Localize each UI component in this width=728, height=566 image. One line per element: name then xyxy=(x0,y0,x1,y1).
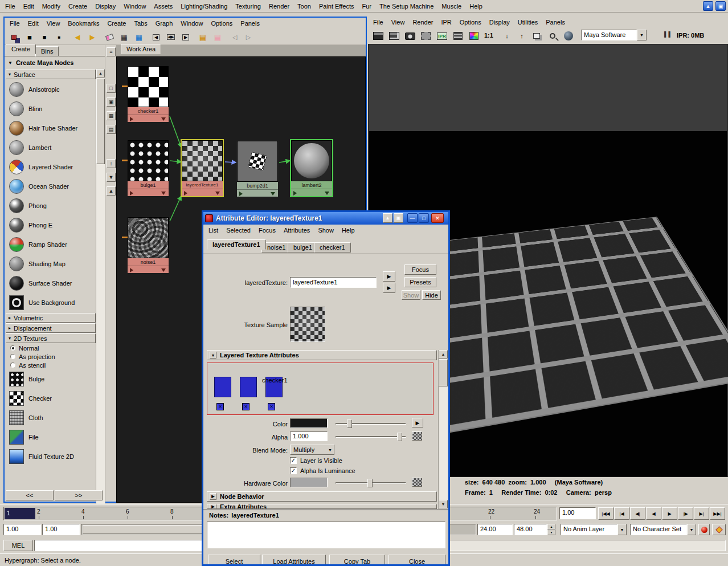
scrollbar-thumb[interactable] xyxy=(439,359,448,386)
item-phong[interactable]: Phong xyxy=(6,196,96,215)
swatch-filled-toggle[interactable]: ▣ xyxy=(107,97,116,107)
layer-visible-row[interactable]: ✓ Layer is Visible xyxy=(290,457,342,464)
expand-right-icon[interactable] xyxy=(239,192,243,196)
animation-start-field[interactable]: 1.00 xyxy=(3,524,41,535)
hardware-color-swatch[interactable] xyxy=(290,478,328,487)
sort-type-button[interactable]: ▲ xyxy=(107,186,116,196)
play-forwards-button[interactable]: ▶ xyxy=(662,507,677,520)
hs-menu-window[interactable]: Window xyxy=(177,18,207,28)
radio-as-projection[interactable]: As projection xyxy=(6,352,96,361)
close-button[interactable]: ✕ xyxy=(431,213,444,223)
item-ocean-shader[interactable]: Ocean Shader xyxy=(6,177,96,196)
item-lambert[interactable]: Lambert xyxy=(6,138,96,157)
ae-menu-focus[interactable]: Focus xyxy=(255,225,280,235)
remove-selected-from-graph-button[interactable]: ▤ xyxy=(211,30,224,44)
expand-down-icon[interactable] xyxy=(325,192,329,195)
color-map-button[interactable]: ▶ xyxy=(412,418,423,427)
load-attributes-button[interactable]: Load Attributes xyxy=(262,555,326,566)
scrollbar-thumb[interactable] xyxy=(96,79,105,164)
presets-button[interactable]: Presets xyxy=(404,277,436,287)
node-swatch[interactable] xyxy=(128,217,169,258)
node-swatch[interactable] xyxy=(237,141,278,182)
renderer-combobox[interactable]: Maya Software ▼ xyxy=(581,30,647,40)
menu-fur[interactable]: Fur xyxy=(358,1,375,11)
menu-assets[interactable]: Assets xyxy=(150,1,177,11)
node-checker1[interactable]: checker1 xyxy=(128,66,169,122)
step-back-frame-button[interactable]: ◀| xyxy=(630,507,645,520)
node-swatch[interactable] xyxy=(291,140,332,181)
menu-paint-effects[interactable]: Paint Effects xyxy=(315,1,358,11)
item-file[interactable]: File xyxy=(6,427,96,447)
radio-as-stencil[interactable]: As stencil xyxy=(6,361,96,369)
hs-menu-create[interactable]: Create xyxy=(103,18,130,28)
mel-label-button[interactable]: MEL xyxy=(3,540,33,551)
hs-menu-options[interactable]: Options xyxy=(207,18,236,28)
page-next-button[interactable]: >> xyxy=(55,490,103,500)
alpha-field[interactable]: 1.000 xyxy=(290,431,328,441)
ipr-render-button[interactable]: IPR xyxy=(435,29,449,43)
item-use-background[interactable]: Use Background xyxy=(6,293,96,312)
item-layered-shader[interactable]: Layered Shader xyxy=(6,157,96,177)
spinner-up-icon[interactable]: ▲ xyxy=(547,524,555,530)
display-rgb-channels-button[interactable] xyxy=(467,29,481,43)
node-swatch[interactable] xyxy=(128,66,169,107)
swatch-size-large-icon[interactable]: ■ xyxy=(23,30,36,44)
node-swatch[interactable] xyxy=(182,140,223,181)
step-back-key-button[interactable]: |◀ xyxy=(614,507,629,520)
item-blinn[interactable]: Blinn xyxy=(6,99,96,119)
animation-preferences-button[interactable] xyxy=(712,524,726,535)
go-to-end-button[interactable]: ▶▶| xyxy=(710,507,725,520)
panel-menu-button[interactable]: ≡ xyxy=(107,47,116,56)
playback-start-field[interactable]: 1.00 xyxy=(42,524,80,535)
swatch-textured-toggle[interactable]: ▤ xyxy=(107,125,116,134)
layer-delete-checkbox-3[interactable]: ✕ xyxy=(268,403,275,410)
alpha-luminance-row[interactable]: ✓ Alpha Is Luminance xyxy=(290,467,355,474)
item-hair-tube-shader[interactable]: Hair Tube Shader xyxy=(6,119,96,138)
layer-delete-checkbox-2[interactable]: ✕ xyxy=(242,403,250,410)
bookmark-forward-button[interactable]: ▶ xyxy=(85,30,99,44)
section-volumetric[interactable]: ▸ Volumetric xyxy=(6,313,96,323)
layer-swatch-2[interactable] xyxy=(240,377,257,397)
keep-image-button[interactable]: ↓ xyxy=(500,29,514,43)
hs-menu-file[interactable]: File xyxy=(6,18,24,28)
spinner-down-icon[interactable]: ▼ xyxy=(547,530,555,535)
hs-menu-bookmarks[interactable]: Bookmarks xyxy=(64,18,103,28)
menu-modify[interactable]: Modify xyxy=(38,1,64,11)
scroll-up-button[interactable]: ▲ xyxy=(439,350,448,359)
show-input-output-connections-button[interactable]: ◀▶ xyxy=(164,30,178,44)
focus-button[interactable]: Focus xyxy=(404,264,436,275)
item-phong-e[interactable]: Phong E xyxy=(6,215,96,235)
swatch-size-medium-icon[interactable]: ■ xyxy=(38,30,51,44)
node-label[interactable]: checker1 xyxy=(128,107,169,115)
attribute-editor-titlebar[interactable]: Attribute Editor: layeredTexture1 ▲ ▣ — … xyxy=(203,212,448,225)
hardware-color-slider-handle[interactable] xyxy=(367,479,373,487)
render-current-frame-button[interactable] xyxy=(371,29,385,43)
node-noise1[interactable]: noise1 xyxy=(128,217,169,273)
expand-right-icon[interactable] xyxy=(293,191,297,196)
range-slider-thumb[interactable] xyxy=(83,525,202,534)
color-slider-track[interactable] xyxy=(336,423,406,425)
item-shading-map[interactable]: Shading Map xyxy=(6,254,96,274)
node-layeredtexture1[interactable]: layeredTexture1 xyxy=(182,140,223,196)
node-swatch[interactable] xyxy=(128,140,169,181)
layer-visible-checkbox[interactable]: ✓ xyxy=(290,457,297,464)
ae-menu-list[interactable]: List xyxy=(205,225,222,235)
graph-materials-button[interactable]: ▦ xyxy=(132,30,146,44)
anim-layer-combobox[interactable]: No Anim Layer ▼ xyxy=(561,524,627,535)
snapshot-button[interactable] xyxy=(403,29,417,43)
ipr-stop-button[interactable] xyxy=(710,31,718,40)
node-name-field[interactable]: layeredTexture1 xyxy=(290,277,377,288)
rearrange-graph-button[interactable]: ▦ xyxy=(117,30,131,44)
section-surface[interactable]: ▾ Surface xyxy=(6,70,96,79)
hardware-color-map-button[interactable] xyxy=(412,478,422,487)
section-2d-textures[interactable]: ▾ 2D Textures xyxy=(6,333,96,343)
menu-file[interactable]: File xyxy=(1,1,19,11)
alpha-luminance-checkbox[interactable]: ✓ xyxy=(290,467,297,474)
create-list-scrollbar[interactable]: ▲ ▼ xyxy=(96,69,105,516)
current-frame-marker[interactable]: 1 xyxy=(5,508,35,519)
layer-swatch-1[interactable] xyxy=(214,377,231,397)
item-anisotropic[interactable]: Anisotropic xyxy=(6,80,96,99)
show-input-connections-button[interactable]: ◀ xyxy=(149,30,163,44)
show-previous-graph-button[interactable]: ◁ xyxy=(228,30,242,44)
tab-bins[interactable]: Bins xyxy=(35,46,59,56)
